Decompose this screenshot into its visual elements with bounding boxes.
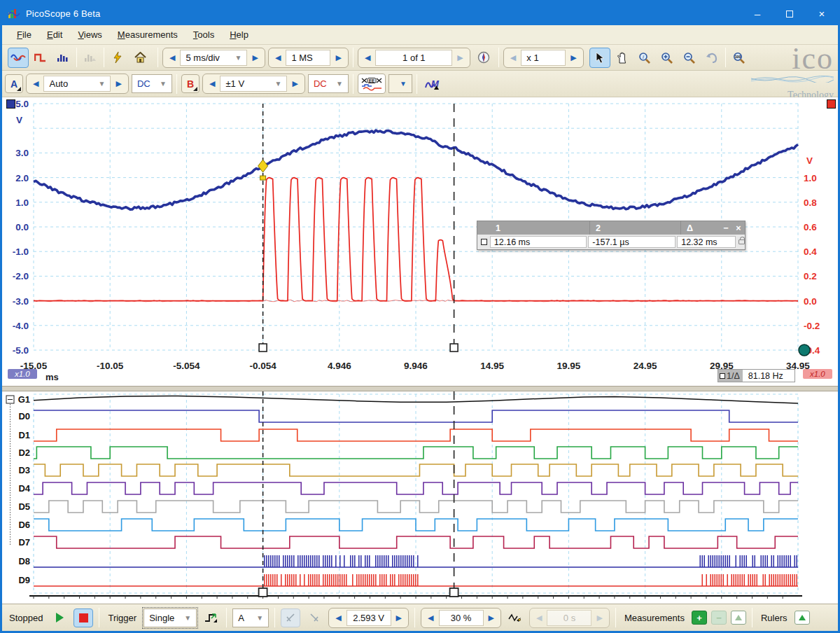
channel-a-range-select[interactable]: Auto▼ — [43, 76, 111, 92]
channel-a-axis-handle[interactable] — [6, 99, 15, 109]
right-axis-scale-badge[interactable]: x1.0 — [803, 369, 832, 379]
digital-label-G1[interactable]: G1 — [18, 394, 30, 405]
delete-measurement-button[interactable] — [731, 611, 746, 625]
digital-label-D5[interactable]: D5 — [18, 501, 30, 512]
zoom-in-button[interactable] — [657, 48, 678, 68]
digital-label-D9[interactable]: D9 — [18, 575, 30, 585]
trigger-source-select[interactable]: A▼ — [232, 608, 269, 627]
posttrigger-down[interactable]: ◀ — [531, 613, 547, 622]
spectrum-view-button[interactable] — [52, 48, 74, 68]
digital-chart[interactable]: G1D0D1D2D3D4D5D6D7D8D9 — [2, 391, 838, 604]
channel-a-button[interactable]: A — [5, 74, 23, 93]
channel-b-coupling-select[interactable]: DC▼ — [308, 74, 349, 93]
buffer-next-arrow[interactable]: ▶ — [452, 53, 468, 62]
timebase-prev-arrow[interactable]: ◀ — [164, 53, 180, 62]
stop-button[interactable] — [74, 608, 93, 627]
minimize-button[interactable]: – — [741, 2, 774, 25]
ruler-handle-1[interactable] — [259, 344, 267, 352]
samples-prev-arrow[interactable]: ◀ — [270, 53, 286, 62]
menu-file[interactable]: File — [9, 27, 39, 43]
digital-inputs-dropdown[interactable]: ▼ — [388, 74, 412, 93]
ruler-box-handle[interactable] — [481, 239, 487, 245]
digital-label-D0[interactable]: D0 — [18, 411, 30, 422]
channel-b-range-select[interactable]: ±1 V▼ — [220, 76, 287, 92]
left-axis-scale-badge[interactable]: x1.0 — [8, 369, 37, 379]
channel-b-range-prev[interactable]: ◀ — [204, 79, 220, 88]
samples-field[interactable]: 1 MS — [286, 50, 330, 66]
trigger-mode-select[interactable]: Single▼ — [144, 608, 197, 627]
menu-views[interactable]: Views — [70, 27, 109, 43]
scope-waveform-icon — [10, 52, 26, 63]
digital-label-D1[interactable]: D1 — [18, 430, 30, 440]
rulers-button[interactable] — [794, 611, 810, 625]
digital-label-D7[interactable]: D7 — [18, 537, 30, 548]
menu-edit[interactable]: Edit — [39, 27, 70, 43]
falling-edge-dir-button[interactable] — [304, 608, 324, 627]
channel-a-range-next[interactable]: ▶ — [111, 79, 126, 88]
digital-ruler-handle-1[interactable] — [259, 588, 267, 597]
zoom-full-button[interactable]: 100 — [729, 48, 750, 68]
start-button[interactable] — [50, 608, 69, 627]
ruler-box-minimize[interactable]: − — [720, 223, 732, 233]
persistence-view-button[interactable] — [30, 48, 51, 68]
buffer-overview-button[interactable] — [473, 48, 494, 68]
ruler-measurement-box[interactable]: 1 2 Δ − × 12.16 ms -157.1 µs 12.32 ms — [477, 221, 746, 250]
menu-tools[interactable]: Tools — [186, 27, 222, 43]
menu-measurements[interactable]: Measurements — [110, 27, 186, 43]
digital-inputs-button[interactable]: EE — [358, 74, 386, 94]
trigger-level-field[interactable]: 2.593 V — [346, 610, 391, 626]
marquee-zoom-button[interactable]: i — [634, 48, 655, 68]
scope-view-button[interactable] — [8, 48, 29, 68]
trigger-timing-button[interactable] — [505, 608, 525, 627]
timebase-select[interactable]: 5 ms/div▼ — [180, 50, 247, 66]
persistence-mode-button[interactable] — [80, 48, 101, 68]
trigger-marker[interactable] — [258, 160, 268, 172]
channel-b-zero-marker[interactable] — [799, 345, 810, 356]
hand-tool-button[interactable] — [612, 48, 633, 68]
channel-b-button[interactable]: B — [181, 74, 200, 93]
home-button[interactable] — [130, 48, 150, 68]
lock-icon[interactable] — [738, 239, 745, 244]
digital-label-D6[interactable]: D6 — [18, 520, 30, 530]
channel-a-coupling-select[interactable]: DC▼ — [132, 74, 172, 93]
pretrigger-up[interactable]: ▶ — [484, 613, 499, 622]
trigger-level-up[interactable]: ▶ — [391, 613, 407, 622]
undo-zoom-button[interactable] — [701, 48, 722, 68]
math-channels-button[interactable]: M — [421, 74, 442, 94]
digital-label-D4[interactable]: D4 — [18, 483, 30, 494]
ruler-handle-2[interactable] — [450, 344, 458, 352]
maximize-button[interactable] — [774, 2, 806, 25]
digital-label-D8[interactable]: D8 — [18, 556, 30, 566]
zoom-field[interactable]: x 1 — [521, 50, 566, 66]
posttrigger-up[interactable]: ▶ — [592, 613, 607, 622]
edit-measurement-button[interactable]: − — [711, 611, 727, 625]
pretrigger-field[interactable]: 30 % — [439, 610, 484, 626]
horizontal-splitter[interactable] — [2, 386, 838, 391]
pointer-tool-button[interactable] — [589, 48, 610, 68]
channel-b-axis-handle[interactable] — [827, 99, 836, 109]
digital-label-D3[interactable]: D3 — [18, 465, 30, 475]
channel-a-range-prev[interactable]: ◀ — [28, 79, 43, 88]
buffer-prev-arrow[interactable]: ◀ — [360, 53, 375, 62]
close-button[interactable]: × — [806, 2, 838, 25]
signal-generator-button[interactable] — [107, 48, 128, 68]
play-icon — [56, 613, 64, 622]
buffer-field[interactable]: 1 of 1 — [375, 50, 452, 66]
zoom-out-button[interactable] — [679, 48, 700, 68]
ruler-box-close[interactable]: × — [732, 223, 745, 233]
zoom-next-arrow[interactable]: ▶ — [566, 53, 581, 62]
rising-edge-dir-button[interactable] — [281, 608, 300, 627]
digital-label-D2[interactable]: D2 — [18, 447, 30, 458]
advanced-trigger-button[interactable] — [201, 608, 220, 627]
pretrigger-down[interactable]: ◀ — [423, 613, 438, 622]
trigger-level-down[interactable]: ◀ — [330, 613, 346, 622]
timebase-next-arrow[interactable]: ▶ — [247, 53, 262, 62]
samples-next-arrow[interactable]: ▶ — [330, 53, 346, 62]
channel-b-range-next[interactable]: ▶ — [287, 79, 302, 88]
posttrigger-field[interactable]: 0 s — [547, 610, 592, 626]
y-left-tick: -3.0 — [13, 296, 29, 307]
menu-help[interactable]: Help — [222, 27, 256, 43]
digital-ruler-handle-2[interactable] — [450, 588, 458, 597]
add-measurement-button[interactable]: + — [692, 611, 707, 625]
zoom-prev-arrow[interactable]: ◀ — [505, 53, 521, 62]
